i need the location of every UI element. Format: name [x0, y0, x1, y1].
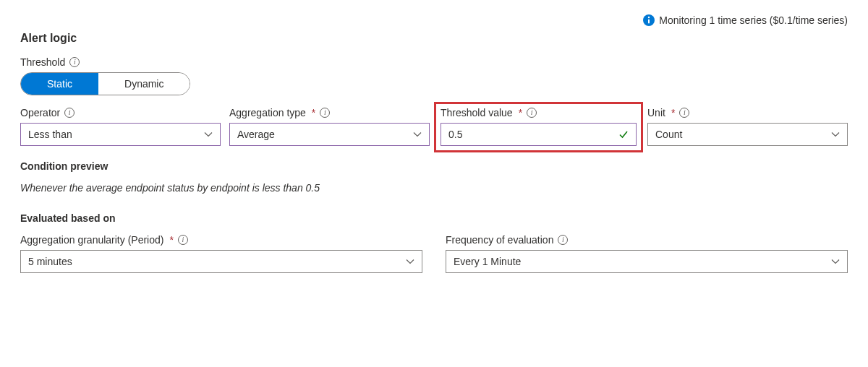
- chevron-down-icon: [831, 130, 840, 139]
- granularity-value: 5 minutes: [28, 256, 72, 267]
- aggregation-type-value: Average: [237, 129, 275, 140]
- required-marker: *: [169, 234, 173, 246]
- required-marker: *: [519, 107, 522, 118]
- info-icon[interactable]: i: [69, 57, 80, 67]
- chevron-down-icon: [406, 257, 414, 266]
- info-icon[interactable]: i: [64, 108, 75, 118]
- info-icon[interactable]: i: [679, 108, 689, 118]
- condition-preview-text: Whenever the average endpoint status by …: [20, 182, 848, 194]
- threshold-value-input-wrapper: [441, 123, 637, 146]
- info-icon[interactable]: i: [320, 108, 330, 118]
- unit-label-row: Unit * i: [647, 107, 848, 118]
- granularity-label-row: Aggregation granularity (Period) * i: [20, 234, 422, 246]
- chevron-down-icon: [204, 130, 213, 139]
- unit-select[interactable]: Count: [647, 123, 848, 146]
- frequency-label-row: Frequency of evaluation i: [446, 234, 848, 246]
- threshold-highlight: Threshold value * i: [434, 102, 643, 152]
- granularity-select[interactable]: 5 minutes: [20, 250, 422, 273]
- chevron-down-icon: [413, 130, 422, 139]
- threshold-label-row: Threshold i: [20, 56, 848, 68]
- operator-select[interactable]: Less than: [20, 123, 221, 146]
- monitoring-badge: Monitoring 1 time series ($0.1/time seri…: [20, 14, 848, 26]
- granularity-label: Aggregation granularity (Period): [20, 234, 163, 246]
- frequency-value: Every 1 Minute: [454, 256, 521, 267]
- aggregation-type-label: Aggregation type: [229, 107, 306, 118]
- operator-label: Operator: [20, 107, 60, 118]
- condition-preview-title: Condition preview: [20, 160, 848, 172]
- threshold-option-static[interactable]: Static: [21, 73, 98, 95]
- monitoring-badge-text: Monitoring 1 time series ($0.1/time seri…: [659, 14, 848, 26]
- unit-value: Count: [655, 129, 682, 140]
- threshold-option-dynamic[interactable]: Dynamic: [98, 73, 190, 95]
- evaluated-title: Evaluated based on: [20, 212, 848, 224]
- operator-value: Less than: [28, 129, 72, 140]
- threshold-toggle: Static Dynamic: [20, 72, 190, 95]
- threshold-value-label: Threshold value: [441, 107, 513, 118]
- required-marker: *: [312, 107, 315, 118]
- svg-rect-1: [648, 20, 650, 24]
- aggregation-type-select[interactable]: Average: [229, 123, 430, 146]
- info-filled-icon: [643, 14, 655, 26]
- required-marker: *: [671, 107, 675, 118]
- check-icon: [618, 129, 629, 139]
- threshold-value-label-row: Threshold value * i: [441, 107, 637, 118]
- info-icon[interactable]: i: [558, 235, 568, 245]
- info-icon[interactable]: i: [178, 235, 188, 245]
- operator-label-row: Operator i: [20, 107, 221, 118]
- threshold-label: Threshold: [20, 56, 65, 68]
- aggregation-type-label-row: Aggregation type * i: [229, 107, 430, 118]
- info-icon[interactable]: i: [527, 108, 537, 118]
- frequency-select[interactable]: Every 1 Minute: [446, 250, 848, 273]
- section-title: Alert logic: [20, 32, 848, 45]
- svg-point-2: [648, 17, 650, 18]
- frequency-label: Frequency of evaluation: [446, 234, 553, 246]
- threshold-value-input[interactable]: [448, 129, 611, 140]
- chevron-down-icon: [831, 257, 840, 266]
- unit-label: Unit: [647, 107, 665, 118]
